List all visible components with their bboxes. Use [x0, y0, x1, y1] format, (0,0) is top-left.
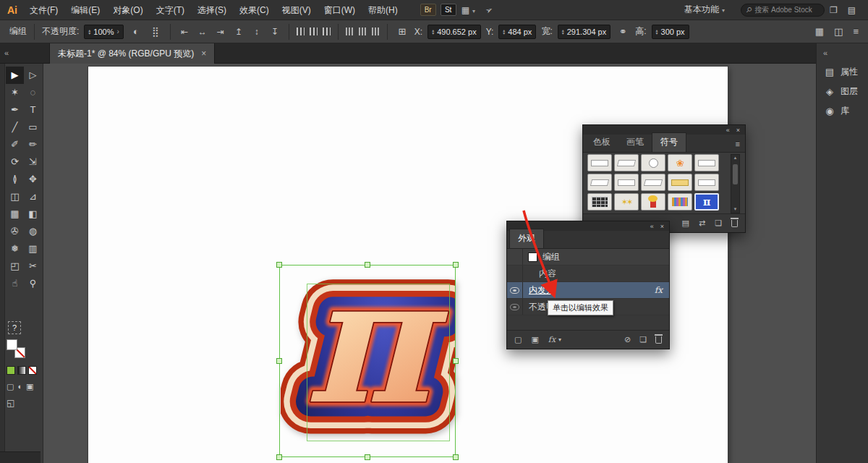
appearance-row-contents[interactable]: 内容: [507, 266, 669, 282]
effect-caret-icon[interactable]: ▾: [558, 336, 561, 343]
stock-button[interactable]: St: [441, 4, 456, 16]
tool-rectangle[interactable]: ▭: [24, 119, 42, 136]
tool-lasso[interactable]: ◌: [24, 84, 42, 101]
panel-collapse-icon[interactable]: «: [650, 223, 654, 230]
tool-mesh[interactable]: ▦: [6, 205, 24, 223]
tool-slice[interactable]: ✂: [24, 258, 42, 275]
screen-mode-icon[interactable]: ◱: [7, 398, 14, 408]
space-vertical-icon[interactable]: [359, 27, 367, 35]
symbol-ribbon-1[interactable]: [614, 154, 639, 171]
distribute-left-icon[interactable]: [297, 27, 305, 35]
right-dock-collapse-icon[interactable]: «: [823, 48, 827, 57]
tool-pen[interactable]: ✒: [6, 101, 24, 119]
menu-select[interactable]: 选择(S): [191, 0, 233, 20]
gpu-performance-icon[interactable]: ➢: [479, 1, 499, 18]
tool-width[interactable]: ≬: [6, 171, 24, 188]
add-fill-icon[interactable]: ▣: [531, 335, 538, 344]
menu-view[interactable]: 视图(V): [276, 0, 318, 20]
tool-scale[interactable]: ⇲: [24, 153, 42, 171]
opacity-dropdown-icon[interactable]: ›: [117, 27, 119, 35]
align-middle-icon[interactable]: ↕: [250, 27, 263, 37]
symbol-award-ribbon[interactable]: [641, 193, 665, 211]
symbol-libraries-icon[interactable]: ▤: [682, 218, 689, 228]
draw-behind-icon[interactable]: ◐: [17, 382, 22, 391]
tab-symbols[interactable]: 符号: [652, 132, 686, 152]
settings-grid-icon[interactable]: ⣿: [148, 26, 163, 37]
window-menu-icon[interactable]: ▤: [843, 5, 861, 15]
symbol-dna[interactable]: [668, 193, 692, 211]
tool-column-graph[interactable]: ▥: [24, 240, 42, 258]
tab-appearance[interactable]: 外观: [509, 229, 544, 248]
opacity-spinner[interactable]: [88, 29, 90, 35]
arrange-documents-icon[interactable]: ▦: [456, 5, 480, 15]
workspace-switcher[interactable]: 基本功能: [678, 4, 731, 16]
space-even-icon[interactable]: [372, 27, 380, 35]
tool-paintbrush[interactable]: ✐: [6, 136, 24, 153]
tool-hand[interactable]: ☝: [6, 275, 24, 292]
tool-shape-builder[interactable]: ◫: [6, 188, 24, 205]
height-field[interactable]: 300 px: [652, 25, 689, 39]
y-spinner[interactable]: [503, 29, 505, 35]
align-bottom-icon[interactable]: ↧: [268, 27, 281, 37]
opacity-field[interactable]: 100% ›: [84, 25, 124, 39]
symbol-scroll-1[interactable]: [694, 154, 719, 171]
tool-pencil[interactable]: ✏: [24, 136, 42, 153]
tool-zoom[interactable]: ⚲: [24, 275, 42, 292]
selection-bounding-box[interactable]: [279, 265, 456, 457]
tool-type[interactable]: T: [24, 101, 42, 119]
add-stroke-icon[interactable]: ▢: [514, 335, 522, 344]
align-center-icon[interactable]: ↔: [196, 27, 209, 37]
tool-selection[interactable]: ▶: [6, 67, 24, 84]
visibility-eye-icon[interactable]: [510, 287, 519, 294]
break-link-icon[interactable]: ⇄: [699, 218, 705, 228]
fx-icon[interactable]: fx: [655, 285, 663, 295]
tool-gradient[interactable]: ◧: [24, 205, 42, 223]
visibility-eye-icon[interactable]: [510, 304, 519, 310]
link-dimensions-icon[interactable]: ⚭: [616, 26, 630, 37]
symbol-scroll-3[interactable]: [614, 174, 639, 191]
x-spinner[interactable]: [432, 29, 434, 35]
dock-item-layers[interactable]: ◈ 图层: [817, 82, 868, 101]
symbol-badge[interactable]: [641, 154, 665, 171]
tool-artboard[interactable]: ◰: [6, 258, 24, 275]
clear-appearance-icon[interactable]: ⊘: [624, 335, 631, 344]
tool-eyedropper[interactable]: ✇: [6, 223, 24, 240]
tool-direct-selection[interactable]: ▷: [24, 67, 42, 84]
align-top-icon[interactable]: ↥: [232, 27, 245, 37]
menu-help[interactable]: 帮助(H): [362, 0, 404, 20]
tool-magic-wand[interactable]: ✶: [6, 84, 24, 101]
menu-window[interactable]: 窗口(W): [318, 0, 362, 20]
search-input[interactable]: [754, 6, 819, 14]
selection-handle-nw[interactable]: [276, 262, 282, 268]
recolor-artwork-icon[interactable]: ◐: [129, 26, 143, 37]
symbols-scrollbar[interactable]: [731, 154, 740, 213]
width-spinner[interactable]: [562, 29, 564, 35]
selection-handle-ne[interactable]: [453, 262, 459, 268]
appearance-row-group[interactable]: 编组: [507, 249, 669, 266]
tool-free-transform[interactable]: ✥: [24, 171, 42, 188]
color-button[interactable]: [7, 366, 15, 375]
symbol-table[interactable]: [587, 193, 612, 211]
symbol-scroll-2[interactable]: [587, 174, 612, 191]
delete-symbol-icon[interactable]: [731, 220, 738, 227]
tool-symbol-sprayer[interactable]: ❅: [6, 240, 24, 258]
panel-close-icon[interactable]: ×: [736, 127, 740, 134]
app-logo[interactable]: Ai: [7, 4, 17, 16]
draw-normal-icon[interactable]: ▢: [7, 382, 14, 391]
align-left-icon[interactable]: ⇤: [178, 27, 191, 37]
tab-swatches[interactable]: 色板: [585, 133, 618, 152]
width-field[interactable]: 291.304 px: [558, 25, 610, 39]
delete-item-icon[interactable]: [655, 336, 662, 344]
transform-grid-icon[interactable]: ⊞: [395, 26, 409, 37]
duplicate-item-icon[interactable]: ❏: [639, 335, 647, 344]
align-right-icon[interactable]: ⇥: [214, 27, 227, 37]
draw-inside-icon[interactable]: ▣: [26, 382, 33, 391]
symbol-scroll-5[interactable]: [694, 174, 719, 191]
tool-blend[interactable]: ◍: [24, 223, 42, 240]
document-tab[interactable]: 未标题-1* @ 84% (RGB/GPU 预览) ×: [49, 43, 215, 64]
menu-effect[interactable]: 效果(C): [233, 0, 276, 20]
panel-collapse-icon[interactable]: «: [726, 127, 730, 134]
stock-search-box[interactable]: ⚲: [741, 4, 825, 17]
bridge-button[interactable]: Br: [420, 4, 436, 16]
dock-item-libraries[interactable]: ◉ 库: [817, 101, 868, 121]
